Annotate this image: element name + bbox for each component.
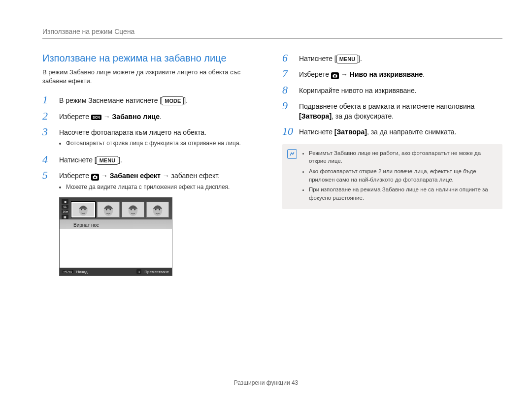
step-number: 10 — [282, 126, 293, 137]
step-number: 4 — [42, 154, 53, 165]
svg-rect-2 — [94, 175, 96, 176]
step-5: 5 Изберете → Забавен ефект → забавен ефе… — [42, 170, 263, 192]
svg-point-5 — [84, 209, 86, 211]
svg-point-14 — [159, 209, 160, 211]
thumb-4 — [146, 202, 169, 217]
step-bullets: Фотоапаратът открива лица с функцията за… — [59, 139, 263, 148]
svg-point-10 — [131, 209, 132, 211]
footer-text: Разширени функции 43 — [234, 379, 299, 386]
svg-point-16 — [334, 75, 336, 77]
thumb-2 — [97, 202, 120, 217]
menu-button: MENU — [336, 55, 358, 63]
step-bullets: Можете да видите лицата с приложения ефе… — [59, 183, 263, 191]
step-text: Изберете → Забавен ефект → забавен ефект… — [59, 170, 263, 192]
step-text: Подравнете обекта в рамката и натиснете … — [299, 100, 502, 122]
page-footer: Разширени функции 43 — [0, 379, 532, 386]
section-title: Използване на режима на забавно лице — [42, 53, 263, 64]
camera-icon — [91, 174, 99, 181]
step-4: 4 Натиснете [MENU]. — [42, 154, 263, 165]
left-column: Използване на режима на забавно лице В р… — [42, 53, 263, 276]
step-text: Изберете SCN → Забавно лице. — [59, 111, 263, 122]
step-7: 7 Изберете → Ниво на изкривяване. — [282, 68, 502, 79]
step-9: 9 Подравнете обекта в рамката и натиснет… — [282, 100, 502, 122]
section-intro: В режим Забавно лице можете да изкривите… — [42, 68, 263, 86]
svg-point-1 — [94, 177, 96, 179]
lcd-side-icons: ◉ 01 16м ▦ — [62, 199, 68, 219]
step-number: 8 — [282, 85, 293, 95]
breadcrumb: Използване на режим Сцена — [42, 28, 502, 39]
lcd-move-label: Преместване — [144, 270, 169, 274]
step-number: 7 — [282, 68, 293, 79]
step-text: Натиснете [MENU]. — [59, 154, 263, 165]
content-columns: Използване на режима на забавно лице В р… — [42, 53, 502, 276]
menu-button: MENU — [97, 156, 118, 165]
lcd-bottom-bar: MENU Назад Преместване — [60, 268, 172, 276]
step-2: 2 Изберете SCN → Забавно лице. — [42, 111, 263, 122]
nav-icon — [136, 269, 141, 274]
note-item: При използване на режима Забавно лице не… — [309, 185, 496, 202]
step-6: 6 Натиснете [MENU]. — [282, 53, 502, 63]
camera-icon — [331, 72, 339, 79]
step-10: 10 Натиснете [Затвора], за да направите … — [282, 126, 502, 137]
step-text: Натиснете [MENU]. — [299, 53, 502, 63]
left-steps: 1 В режим Заснемане натиснете [MODE]. 2 … — [42, 94, 263, 192]
lcd-effect-label: Вирнат нос — [73, 222, 99, 228]
note-box: Режимът Забавно лице не работи, ако фото… — [282, 144, 502, 209]
effect-thumbs — [71, 202, 169, 217]
step-number: 2 — [42, 111, 53, 122]
svg-point-8 — [109, 209, 111, 211]
lcd-preview: ◉ 01 16м ▦ Вирнат нос MENU Назад Премест… — [59, 197, 172, 276]
step-number: 9 — [282, 100, 293, 111]
step-1: 1 В режим Заснемане натиснете [MODE]. — [42, 94, 263, 105]
note-item: Режимът Забавно лице не работи, ако фото… — [309, 149, 496, 165]
right-steps: 6 Натиснете [MENU]. 7 Изберете → Ниво на… — [282, 53, 502, 137]
scn-icon: SCN — [91, 115, 101, 120]
step-number: 5 — [42, 170, 53, 181]
step-text: Изберете → Ниво на изкривяване. — [299, 68, 502, 79]
step-number: 1 — [42, 94, 53, 105]
step-8: 8 Коригирайте нивото на изкривяване. — [282, 85, 502, 95]
lcd-back-label: Назад — [76, 270, 88, 274]
breadcrumb-text: Използване на режим Сцена — [42, 28, 134, 35]
step-text: В режим Заснемане натиснете [MODE]. — [59, 94, 263, 105]
step-text: Насочете фотоапарата към лицето на обект… — [59, 126, 263, 149]
info-icon — [287, 149, 297, 159]
thumb-3 — [122, 202, 144, 217]
svg-point-11 — [134, 209, 135, 211]
svg-point-7 — [106, 209, 107, 211]
step-text: Коригирайте нивото на изкривяване. — [299, 85, 502, 95]
lcd-back-key: MENU — [63, 270, 73, 273]
step-number: 6 — [282, 53, 293, 63]
note-list: Режимът Забавно лице не работи, ако фото… — [302, 149, 496, 204]
step-3: 3 Насочете фотоапарата към лицето на обе… — [42, 126, 263, 149]
mode-button: MODE — [162, 96, 184, 105]
svg-point-4 — [81, 209, 82, 211]
step-number: 3 — [42, 126, 53, 137]
step-text: Натиснете [Затвора], за да направите сни… — [299, 126, 502, 137]
svg-point-13 — [155, 209, 157, 211]
note-item: Ако фотоапаратът открие 2 или повече лиц… — [309, 167, 496, 184]
thumb-1 — [71, 202, 95, 217]
right-column: 6 Натиснете [MENU]. 7 Изберете → Ниво на… — [282, 53, 502, 276]
svg-rect-17 — [334, 74, 335, 75]
